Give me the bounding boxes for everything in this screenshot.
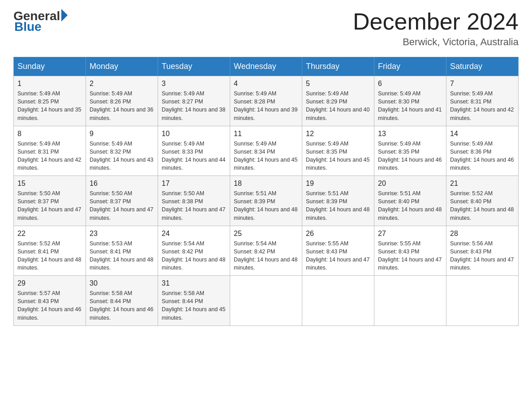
day-number: 28 — [450, 230, 515, 238]
day-info: Sunrise: 5:55 AM Sunset: 8:43 PM Dayligh… — [378, 240, 442, 272]
calendar-day-cell: 27 Sunrise: 5:55 AM Sunset: 8:43 PM Dayl… — [374, 226, 446, 276]
day-info: Sunrise: 5:49 AM Sunset: 8:32 PM Dayligh… — [90, 140, 154, 172]
calendar-day-cell: 28 Sunrise: 5:56 AM Sunset: 8:43 PM Dayl… — [446, 226, 519, 276]
calendar-day-cell: 22 Sunrise: 5:52 AM Sunset: 8:41 PM Dayl… — [14, 226, 86, 276]
day-number: 3 — [162, 80, 226, 88]
calendar-day-cell: 21 Sunrise: 5:52 AM Sunset: 8:40 PM Dayl… — [446, 176, 519, 226]
calendar-day-cell: 7 Sunrise: 5:49 AM Sunset: 8:31 PM Dayli… — [446, 76, 519, 126]
day-number: 10 — [162, 130, 226, 138]
calendar-day-cell: 3 Sunrise: 5:49 AM Sunset: 8:27 PM Dayli… — [158, 76, 230, 126]
col-tuesday: Tuesday — [158, 57, 230, 76]
calendar-week-5: 29 Sunrise: 5:57 AM Sunset: 8:43 PM Dayl… — [14, 276, 519, 326]
calendar-day-cell: 12 Sunrise: 5:49 AM Sunset: 8:35 PM Dayl… — [302, 126, 374, 176]
calendar-day-cell: 26 Sunrise: 5:55 AM Sunset: 8:43 PM Dayl… — [302, 226, 374, 276]
calendar-day-cell — [446, 276, 519, 326]
page-header: General Blue December 2024 Berwick, Vict… — [13, 9, 519, 48]
day-number: 19 — [306, 180, 370, 188]
day-number: 20 — [378, 180, 442, 188]
calendar-week-1: 1 Sunrise: 5:49 AM Sunset: 8:25 PM Dayli… — [14, 76, 519, 126]
day-info: Sunrise: 5:49 AM Sunset: 8:27 PM Dayligh… — [162, 90, 226, 122]
title-section: December 2024 Berwick, Victoria, Austral… — [353, 9, 519, 48]
day-number: 4 — [234, 80, 298, 88]
calendar-day-cell: 29 Sunrise: 5:57 AM Sunset: 8:43 PM Dayl… — [14, 276, 86, 326]
calendar-day-cell: 4 Sunrise: 5:49 AM Sunset: 8:28 PM Dayli… — [230, 76, 302, 126]
day-number: 15 — [17, 180, 82, 188]
calendar-day-cell: 18 Sunrise: 5:51 AM Sunset: 8:39 PM Dayl… — [230, 176, 302, 226]
day-info: Sunrise: 5:49 AM Sunset: 8:35 PM Dayligh… — [378, 140, 442, 172]
day-number: 1 — [17, 80, 82, 88]
day-number: 29 — [17, 279, 82, 287]
day-number: 6 — [378, 80, 442, 88]
day-number: 27 — [378, 230, 442, 238]
day-number: 31 — [162, 279, 226, 287]
day-info: Sunrise: 5:52 AM Sunset: 8:41 PM Dayligh… — [17, 240, 82, 272]
day-info: Sunrise: 5:49 AM Sunset: 8:36 PM Dayligh… — [450, 140, 515, 172]
day-info: Sunrise: 5:52 AM Sunset: 8:40 PM Dayligh… — [450, 189, 515, 222]
calendar-header-row: Sunday Monday Tuesday Wednesday Thursday… — [14, 57, 519, 76]
day-number: 2 — [90, 80, 154, 88]
day-info: Sunrise: 5:57 AM Sunset: 8:43 PM Dayligh… — [17, 289, 82, 322]
day-number: 9 — [90, 130, 154, 138]
calendar-day-cell: 14 Sunrise: 5:49 AM Sunset: 8:36 PM Dayl… — [446, 126, 519, 176]
day-info: Sunrise: 5:49 AM Sunset: 8:31 PM Dayligh… — [17, 140, 82, 172]
day-number: 17 — [162, 180, 226, 188]
day-info: Sunrise: 5:50 AM Sunset: 8:37 PM Dayligh… — [17, 189, 82, 222]
col-wednesday: Wednesday — [230, 57, 302, 76]
day-info: Sunrise: 5:58 AM Sunset: 8:44 PM Dayligh… — [90, 289, 154, 322]
calendar-day-cell — [374, 276, 446, 326]
col-thursday: Thursday — [302, 57, 374, 76]
day-info: Sunrise: 5:49 AM Sunset: 8:33 PM Dayligh… — [162, 140, 226, 172]
logo: General Blue — [13, 9, 68, 34]
calendar-day-cell: 24 Sunrise: 5:54 AM Sunset: 8:42 PM Dayl… — [158, 226, 230, 276]
calendar-week-2: 8 Sunrise: 5:49 AM Sunset: 8:31 PM Dayli… — [14, 126, 519, 176]
day-info: Sunrise: 5:49 AM Sunset: 8:31 PM Dayligh… — [450, 90, 515, 122]
day-info: Sunrise: 5:49 AM Sunset: 8:35 PM Dayligh… — [306, 140, 370, 172]
calendar-day-cell: 30 Sunrise: 5:58 AM Sunset: 8:44 PM Dayl… — [86, 276, 158, 326]
day-number: 8 — [17, 130, 82, 138]
day-number: 13 — [378, 130, 442, 138]
calendar-day-cell: 8 Sunrise: 5:49 AM Sunset: 8:31 PM Dayli… — [14, 126, 86, 176]
calendar-day-cell: 1 Sunrise: 5:49 AM Sunset: 8:25 PM Dayli… — [14, 76, 86, 126]
day-number: 25 — [234, 230, 298, 238]
calendar-day-cell: 16 Sunrise: 5:50 AM Sunset: 8:37 PM Dayl… — [86, 176, 158, 226]
day-number: 11 — [234, 130, 298, 138]
day-info: Sunrise: 5:51 AM Sunset: 8:39 PM Dayligh… — [234, 189, 298, 222]
day-number: 14 — [450, 130, 515, 138]
day-number: 26 — [306, 230, 370, 238]
calendar-day-cell — [302, 276, 374, 326]
calendar-week-4: 22 Sunrise: 5:52 AM Sunset: 8:41 PM Dayl… — [14, 226, 519, 276]
day-info: Sunrise: 5:49 AM Sunset: 8:28 PM Dayligh… — [234, 90, 298, 122]
day-info: Sunrise: 5:51 AM Sunset: 8:39 PM Dayligh… — [306, 189, 370, 222]
calendar-day-cell: 25 Sunrise: 5:54 AM Sunset: 8:42 PM Dayl… — [230, 226, 302, 276]
day-number: 7 — [450, 80, 515, 88]
day-number: 24 — [162, 230, 226, 238]
calendar-day-cell: 9 Sunrise: 5:49 AM Sunset: 8:32 PM Dayli… — [86, 126, 158, 176]
day-number: 23 — [90, 230, 154, 238]
day-info: Sunrise: 5:58 AM Sunset: 8:44 PM Dayligh… — [162, 289, 226, 322]
calendar-day-cell: 5 Sunrise: 5:49 AM Sunset: 8:29 PM Dayli… — [302, 76, 374, 126]
col-saturday: Saturday — [446, 57, 519, 76]
calendar-day-cell: 20 Sunrise: 5:51 AM Sunset: 8:40 PM Dayl… — [374, 176, 446, 226]
col-monday: Monday — [86, 57, 158, 76]
calendar-day-cell: 23 Sunrise: 5:53 AM Sunset: 8:41 PM Dayl… — [86, 226, 158, 276]
day-number: 18 — [234, 180, 298, 188]
day-info: Sunrise: 5:49 AM Sunset: 8:34 PM Dayligh… — [234, 140, 298, 172]
calendar-day-cell: 31 Sunrise: 5:58 AM Sunset: 8:44 PM Dayl… — [158, 276, 230, 326]
calendar-day-cell — [230, 276, 302, 326]
day-info: Sunrise: 5:49 AM Sunset: 8:25 PM Dayligh… — [17, 90, 82, 122]
day-info: Sunrise: 5:49 AM Sunset: 8:29 PM Dayligh… — [306, 90, 370, 122]
month-title: December 2024 — [353, 9, 519, 34]
calendar-week-3: 15 Sunrise: 5:50 AM Sunset: 8:37 PM Dayl… — [14, 176, 519, 226]
location-text: Berwick, Victoria, Australia — [353, 36, 519, 48]
day-number: 12 — [306, 130, 370, 138]
logo-triangle-icon — [61, 9, 68, 21]
calendar-day-cell: 15 Sunrise: 5:50 AM Sunset: 8:37 PM Dayl… — [14, 176, 86, 226]
calendar-day-cell: 13 Sunrise: 5:49 AM Sunset: 8:35 PM Dayl… — [374, 126, 446, 176]
day-info: Sunrise: 5:50 AM Sunset: 8:37 PM Dayligh… — [90, 189, 154, 222]
day-info: Sunrise: 5:49 AM Sunset: 8:30 PM Dayligh… — [378, 90, 442, 122]
day-number: 22 — [17, 230, 82, 238]
day-number: 16 — [90, 180, 154, 188]
calendar-day-cell: 19 Sunrise: 5:51 AM Sunset: 8:39 PM Dayl… — [302, 176, 374, 226]
day-number: 21 — [450, 180, 515, 188]
calendar-day-cell: 11 Sunrise: 5:49 AM Sunset: 8:34 PM Dayl… — [230, 126, 302, 176]
